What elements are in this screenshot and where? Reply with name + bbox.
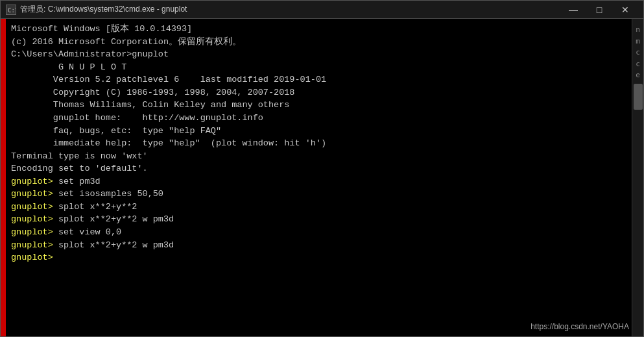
close-button[interactable]: ✕ <box>612 1 638 19</box>
terminal-content: Microsoft Windows [版本 10.0.14393](c) 201… <box>11 23 626 264</box>
terminal-line: (c) 2016 Microsoft Corporation。保留所有权利。 <box>11 36 626 49</box>
minimize-button[interactable]: — <box>560 1 586 19</box>
title-bar-left: C:\ 管理员: C:\windows\system32\cmd.exe - g… <box>6 4 187 15</box>
main-area: Microsoft Windows [版本 10.0.14393](c) 201… <box>1 19 643 336</box>
window-controls: — □ ✕ <box>560 1 638 19</box>
terminal-line: Thomas Williams, Colin Kelley and many o… <box>11 99 626 112</box>
cmd-window: C:\ 管理员: C:\windows\system32\cmd.exe - g… <box>0 0 644 337</box>
terminal-line: gnuplot> set view 0,0 <box>11 226 626 239</box>
terminal-line: Version 5.2 patchlevel 6 last modified 2… <box>11 73 626 86</box>
app-icon: C:\ <box>6 5 16 15</box>
terminal-line: Copyright (C) 1986-1993, 1998, 2004, 200… <box>11 86 626 99</box>
terminal-line: Microsoft Windows [版本 10.0.14393] <box>11 23 626 36</box>
terminal-line: gnuplot> splot x**2+y**2 w pm3d <box>11 213 626 226</box>
maximize-button[interactable]: □ <box>586 1 612 19</box>
terminal-line: gnuplot> splot x**2+y**2 w pm3d <box>11 239 626 252</box>
terminal-line: gnuplot> splot x**2+y**2 <box>11 201 626 214</box>
left-accent-bar <box>1 19 6 336</box>
terminal-line: C:\Users\Administrator>gnuplot <box>11 48 626 61</box>
scrollbar-thumb[interactable] <box>634 84 643 110</box>
terminal-line: immediate help: type "help" (plot window… <box>11 137 626 150</box>
right-sidebar: n m c c e <box>632 19 643 336</box>
terminal-line: gnuplot home: http://www.gnuplot.info <box>11 112 626 125</box>
terminal-line: faq, bugs, etc: type "help FAQ" <box>11 125 626 138</box>
svg-text:C:\: C:\ <box>8 7 16 14</box>
terminal-line: G N U P L O T <box>11 61 626 74</box>
terminal-line: gnuplot> set isosamples 50,50 <box>11 188 626 201</box>
terminal-line: gnuplot> <box>11 251 626 264</box>
right-side-text: n m c c e <box>636 19 640 81</box>
title-bar: C:\ 管理员: C:\windows\system32\cmd.exe - g… <box>1 1 643 19</box>
terminal-line: Encoding set to 'default'. <box>11 162 626 175</box>
terminal-line: gnuplot> set pm3d <box>11 175 626 188</box>
window-title: 管理员: C:\windows\system32\cmd.exe - gnupl… <box>20 4 187 15</box>
watermark: https://blog.csdn.net/YAOHA <box>531 321 629 332</box>
terminal-line: Terminal type is now 'wxt' <box>11 150 626 163</box>
terminal[interactable]: Microsoft Windows [版本 10.0.14393](c) 201… <box>6 19 632 336</box>
